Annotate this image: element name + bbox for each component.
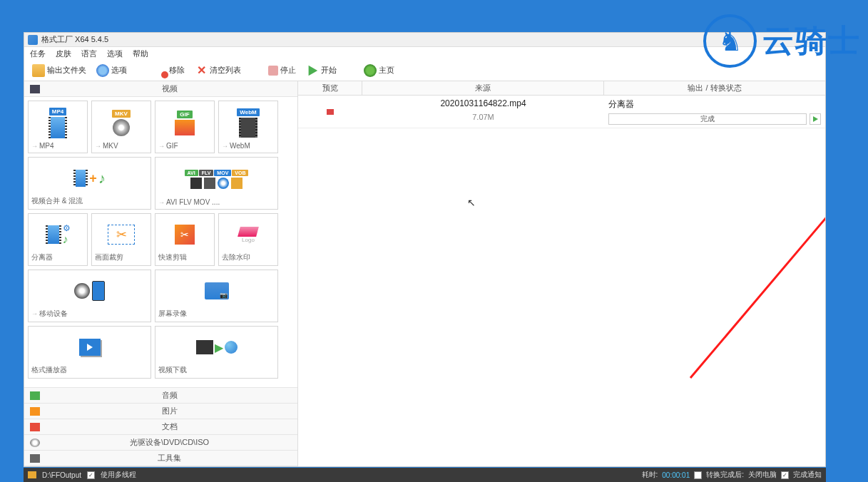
menu-language[interactable]: 语言 [81, 48, 97, 59]
notify-checkbox[interactable]: ✓ [781, 471, 789, 479]
filename: 20201031164822.mp4 [362, 98, 604, 108]
col-source[interactable]: 来源 [362, 81, 604, 95]
filesize: 7.07M [362, 113, 604, 121]
tile-mobile-label: 移动设备 [39, 309, 68, 319]
tile-quickcut[interactable]: ✂ 快速剪辑 [155, 213, 215, 266]
tile-player[interactable]: 格式播放器 [28, 326, 151, 379]
tile-merge[interactable]: + ♪ 视频合并 & 混流 [28, 157, 151, 210]
tile-separator[interactable]: ⚙ ♪ 分离器 [28, 213, 88, 266]
tile-quickcut-label: 快速剪辑 [158, 252, 187, 262]
film-icon [190, 178, 202, 189]
audio-category[interactable]: 音频 [24, 388, 297, 404]
remove-icon [154, 64, 167, 77]
tile-mobile[interactable]: →移动设备 [28, 270, 151, 322]
shutdown-label: 关闭电脑 [748, 470, 777, 480]
col-output[interactable]: 输出 / 转换状态 [604, 81, 825, 95]
tile-screenrec[interactable]: 屏幕录像 [155, 270, 278, 322]
home-button[interactable]: 主页 [360, 63, 398, 78]
vob-badge: VOB [232, 170, 248, 176]
multithread-label: 使用多线程 [101, 470, 136, 480]
clear-icon: ✕ [195, 64, 208, 77]
operation-name: 分离器 [608, 98, 821, 111]
tile-aviflv[interactable]: AVI FLV MOV VOB [155, 157, 278, 210]
svg-marker-0 [309, 65, 318, 75]
toolset-category[interactable]: 工具集 [24, 451, 297, 466]
tile-watermark-label: 去除水印 [222, 252, 250, 262]
music-note-icon: ♪ [98, 170, 106, 187]
menu-help[interactable]: 帮助 [133, 48, 148, 59]
remove-button[interactable]: 移除 [150, 63, 188, 78]
menu-task[interactable]: 任务 [30, 48, 46, 59]
output-folder-button[interactable]: 输出文件夹 [29, 63, 90, 78]
tile-crop[interactable]: ✂ 画面裁剪 [91, 213, 151, 266]
folder-icon[interactable] [28, 471, 36, 478]
row-source: 20201031164822.mp4 7.07M [362, 98, 604, 125]
mov-badge: MOV [214, 170, 231, 176]
multithread-checkbox[interactable]: ✓ [87, 471, 95, 479]
tile-mkv[interactable]: MKV →MKV [91, 101, 151, 153]
tile-gif-label: GIF [166, 142, 178, 150]
audio-label: 音频 [44, 390, 295, 401]
phone-icon [92, 281, 105, 301]
start-button[interactable]: 开始 [302, 63, 340, 78]
output-path[interactable]: D:\FFOutput [42, 471, 81, 479]
options-label: 选项 [111, 65, 127, 76]
category-list: 音频 图片 文档 光驱设备\DVD\CD\ISO 工具集 [24, 387, 297, 466]
tile-gif[interactable]: GIF →GIF [155, 101, 215, 153]
player-icon [79, 339, 101, 356]
play-result-button[interactable] [810, 113, 821, 125]
watermark-text: 云骑士 [762, 20, 861, 62]
film-icon [239, 118, 257, 138]
quickcut-icon: ✂ [175, 225, 195, 245]
after-checkbox[interactable] [694, 471, 702, 479]
document-category[interactable]: 文档 [24, 419, 297, 435]
arrow-icon: → [95, 143, 101, 150]
row-preview [298, 98, 362, 125]
home-icon [364, 64, 377, 77]
task-row[interactable]: 20201031164822.mp4 7.07M 分离器 完成 [298, 96, 825, 128]
download-arrow-icon: ▶ [215, 341, 223, 354]
menu-skin[interactable]: 皮肤 [56, 48, 71, 59]
audio-cat-icon [30, 391, 40, 400]
tile-crop-label: 画面裁剪 [95, 252, 123, 262]
video-header-label: 视频 [44, 83, 295, 94]
knight-icon: ♞ [718, 26, 742, 57]
col-preview[interactable]: 预览 [298, 81, 362, 95]
rom-category[interactable]: 光驱设备\DVD\CD\ISO [24, 435, 297, 451]
list-header: 预览 来源 输出 / 转换状态 [298, 81, 825, 96]
image-category[interactable]: 图片 [24, 404, 297, 419]
annotation-arrow [469, 107, 825, 392]
statusbar: D:\FFOutput ✓ 使用多线程 耗时: 00:00:01 转换完成后: … [24, 468, 826, 482]
image-label: 图片 [44, 406, 295, 416]
after-label: 转换完成后: [706, 470, 744, 480]
options-button[interactable]: 选项 [93, 63, 131, 78]
content-area: 视频 MP4 →MP4 MKV [24, 81, 825, 466]
output-folder-label: 输出文件夹 [47, 65, 86, 76]
tile-mp4[interactable]: MP4 →MP4 [28, 101, 88, 153]
tile-webm[interactable]: WebM →WebM [218, 101, 278, 153]
gif-badge: GIF [177, 111, 192, 118]
film-icon [204, 178, 215, 189]
clear-list-button[interactable]: ✕ 清空列表 [191, 63, 245, 78]
arrow-icon: → [31, 143, 38, 150]
remove-label: 移除 [169, 65, 185, 76]
film-icon [73, 170, 88, 187]
video-category-header[interactable]: 视频 [24, 81, 297, 97]
menu-option[interactable]: 选项 [107, 48, 123, 59]
arrow-icon: → [158, 199, 165, 206]
screen-icon [205, 282, 229, 299]
play-icon [306, 64, 319, 77]
arrow-icon: → [31, 310, 38, 317]
tile-watermark[interactable]: Logo 去除水印 [218, 213, 278, 266]
video-cat-icon [30, 85, 40, 93]
eraser-icon [238, 227, 259, 237]
watermark-logo: ♞ 云骑士 [703, 14, 861, 68]
flv-badge: FLV [199, 170, 214, 176]
tile-download[interactable]: ▶ 视频下载 [155, 326, 278, 379]
stop-button[interactable]: 停止 [265, 63, 300, 77]
disc-icon [218, 178, 229, 189]
toolset-cat-icon [30, 454, 40, 463]
document-cat-icon [30, 423, 40, 431]
tile-screenrec-label: 屏幕录像 [158, 309, 187, 319]
notify-label: 完成通知 [793, 470, 822, 480]
